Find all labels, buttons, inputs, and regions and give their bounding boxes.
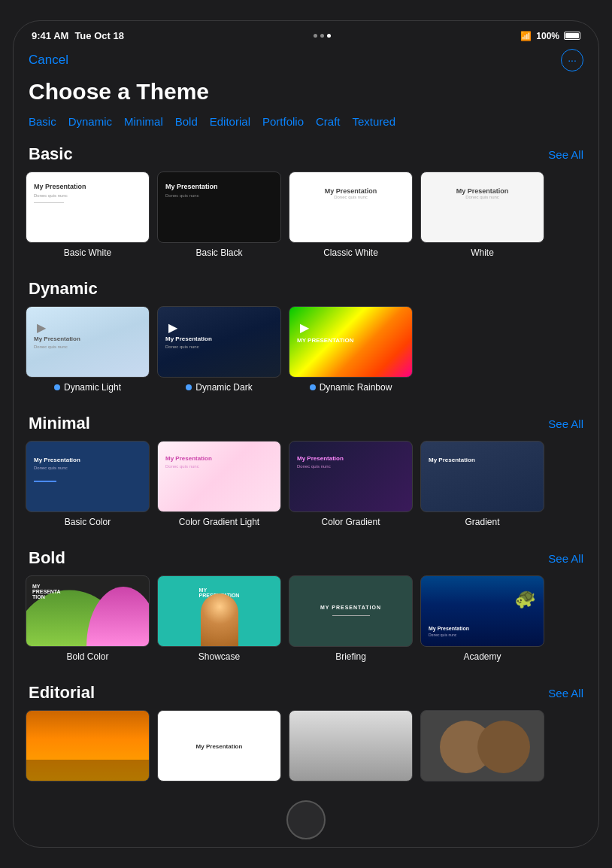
thumb-sub: Donec quis nunc — [34, 466, 68, 470]
theme-card-classic-white[interactable]: My Presentation Donec quis nunc Classic … — [289, 171, 413, 258]
thumb-dynamic-light: ▶ My Presentation Donec quis nunc — [26, 306, 150, 378]
thumb-title: MY PRESENTATION — [297, 337, 354, 344]
filter-tab-textured[interactable]: Textured — [353, 115, 396, 128]
section-minimal: Minimal See All My Presentation Donec qu… — [23, 408, 589, 527]
dot1 — [314, 34, 317, 38]
thumb-cgl: My Presentation Donec quis nunc — [157, 441, 281, 512]
filter-tab-editorial[interactable]: Editorial — [210, 115, 250, 128]
theme-card-cgl[interactable]: My Presentation Donec quis nunc Color Gr… — [157, 441, 281, 527]
thumb-showcase: MYPRESENTATION — [157, 575, 281, 647]
cancel-button[interactable]: Cancel — [29, 53, 68, 68]
theme-card-bold-color[interactable]: MYPRESENTATION Bold Color — [26, 575, 150, 662]
theme-name-basic-color: Basic Color — [65, 517, 111, 527]
status-right: 📶 100% — [520, 31, 580, 41]
filter-tab-basic[interactable]: Basic — [29, 115, 56, 128]
battery-icon — [564, 32, 580, 40]
thumb-title: My Presentation — [34, 335, 80, 342]
theme-card-showcase[interactable]: MYPRESENTATION Showcase — [157, 575, 281, 662]
theme-card-cg[interactable]: My Presentation Donec quis nunc Color Gr… — [289, 441, 413, 527]
play-icon: ▶ — [300, 320, 309, 335]
thumb-basic-black: My Presentation Donec quis nunc — [157, 171, 281, 243]
theme-card-dynamic-rainbow[interactable]: ▶ MY PRESENTATION Dynamic Rainbow — [289, 306, 413, 393]
theme-card-editorial3[interactable] — [289, 710, 413, 786]
section-title-editorial: Editorial — [29, 683, 95, 703]
theme-name-dynamic-light: Dynamic Light — [54, 382, 121, 393]
section-bold: Bold See All MYPRESENTATION Bold Color M… — [23, 542, 589, 662]
thumb-sub: Donec quis nunc — [34, 344, 68, 349]
play-icon: ▶ — [37, 320, 46, 335]
thumb-sub: Donec quis nunc — [26, 193, 149, 198]
editorial-themes-row: My Presentation — [23, 710, 589, 786]
filter-tab-portfolio[interactable]: Portfolio — [262, 115, 304, 128]
thumb-editorial3 — [289, 710, 413, 782]
basic-themes-row: My Presentation Donec quis nunc Basic Wh… — [23, 171, 589, 258]
thumb-line — [34, 202, 64, 203]
play-icon: ▶ — [168, 320, 177, 335]
home-button[interactable] — [286, 800, 326, 839]
thumb-gradient: My Presentation — [420, 441, 544, 512]
section-title-basic: Basic — [29, 144, 73, 164]
more-button[interactable]: ··· — [561, 49, 583, 71]
live-dot — [186, 384, 192, 390]
section-title-dynamic: Dynamic — [29, 279, 98, 299]
theme-name-basic-black: Basic Black — [195, 247, 242, 258]
live-dot — [310, 384, 316, 390]
dots-indicator — [314, 34, 331, 38]
section-header-basic: Basic See All — [23, 138, 589, 171]
minimal-themes-row: My Presentation Donec quis nunc Basic Co… — [23, 441, 589, 527]
filter-tab-bold[interactable]: Bold — [175, 115, 198, 128]
theme-card-dynamic-light[interactable]: ▶ My Presentation Donec quis nunc Dynami… — [26, 306, 150, 393]
theme-card-basic-white[interactable]: My Presentation Donec quis nunc Basic Wh… — [26, 171, 150, 258]
theme-name-briefing: Briefing — [335, 651, 366, 662]
theme-card-briefing[interactable]: MY PRESENTATION Briefing — [289, 575, 413, 662]
thumb-sub: Donec quis nunc — [165, 344, 199, 349]
thumb-academy: 🐢 My Presentation Donec quis nunc — [420, 575, 544, 647]
theme-card-editorial4[interactable] — [420, 710, 544, 786]
see-all-basic[interactable]: See All — [548, 148, 583, 161]
thumb-title: My Presentation — [165, 455, 212, 462]
filter-tab-craft[interactable]: Craft — [316, 115, 341, 128]
thumb-white: My Presentation Donec quis nunc — [420, 171, 544, 243]
theme-card-dynamic-dark[interactable]: ▶ My Presentation Donec quis nunc Dynami… — [157, 306, 281, 393]
theme-card-editorial2[interactable]: My Presentation — [157, 710, 281, 786]
theme-card-basic-black[interactable]: My Presentation Donec quis nunc Basic Bl… — [157, 171, 281, 258]
section-dynamic: Dynamic ▶ My Presentation Donec quis nun… — [23, 273, 589, 393]
thumb-editorial2: My Presentation — [157, 710, 281, 782]
filter-tab-minimal[interactable]: Minimal — [124, 115, 163, 128]
thumb-title: My Presentation — [196, 742, 243, 749]
theme-card-white[interactable]: My Presentation Donec quis nunc White — [420, 171, 544, 258]
filter-tab-dynamic[interactable]: Dynamic — [68, 115, 112, 128]
thumb-basic-white: My Presentation Donec quis nunc — [26, 171, 150, 243]
theme-name-gradient: Gradient — [465, 517, 499, 527]
filter-tabs: Basic Dynamic Minimal Bold Editorial Por… — [14, 112, 598, 138]
thumb-title: My Presentation — [34, 457, 80, 463]
thumb-classic-white: My Presentation Donec quis nunc — [289, 171, 413, 243]
thumb-title: My Presentation — [429, 457, 475, 463]
thumb-bold-color: MYPRESENTATION — [26, 575, 150, 647]
status-bar: 9:41 AM Tue Oct 18 📶 100% — [14, 21, 598, 44]
theme-card-gradient[interactable]: My Presentation Gradient — [420, 441, 544, 527]
thumb-sub: Donec quis nunc — [165, 464, 199, 469]
see-all-editorial[interactable]: See All — [548, 687, 583, 700]
theme-card-academy[interactable]: 🐢 My Presentation Donec quis nunc Academ… — [420, 575, 544, 662]
thumb-sub: Donec quis nunc — [297, 464, 331, 469]
thumb-editorial1 — [26, 710, 150, 782]
thumb-dynamic-dark: ▶ My Presentation Donec quis nunc — [157, 306, 281, 378]
page-title: Choose a Theme — [14, 79, 598, 112]
theme-name-showcase: Showcase — [198, 651, 240, 662]
date: Tue Oct 18 — [74, 30, 124, 41]
see-all-bold[interactable]: See All — [548, 552, 583, 565]
theme-name-dynamic-rainbow: Dynamic Rainbow — [310, 382, 392, 393]
theme-card-editorial1[interactable] — [26, 710, 150, 786]
thumb-sub: Donec quis nunc — [429, 633, 456, 637]
theme-name-cg: Color Gradient — [321, 517, 380, 527]
section-editorial: Editorial See All My Presentation — [23, 677, 589, 786]
theme-name-classic-white: Classic White — [323, 247, 378, 258]
theme-card-basic-color[interactable]: My Presentation Donec quis nunc Basic Co… — [26, 441, 150, 527]
bold-themes-row: MYPRESENTATION Bold Color MYPRESENTATION… — [23, 575, 589, 662]
theme-name-cgl: Color Gradient Light — [179, 517, 259, 527]
thumb-line — [34, 481, 56, 482]
person-silhouette — [201, 593, 238, 646]
see-all-minimal[interactable]: See All — [548, 417, 583, 430]
content-area: Basic See All My Presentation Donec quis… — [14, 138, 598, 801]
